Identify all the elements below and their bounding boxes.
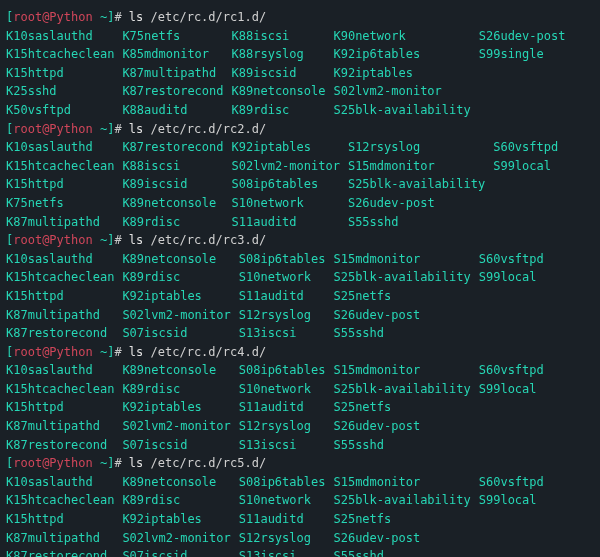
ls-row: K10saslauthdK89netconsoleS08ip6tablesS15… — [6, 250, 552, 269]
ls-entry — [479, 529, 552, 548]
ls-entry: K90network — [333, 27, 478, 46]
ls-row: K87multipathdS02lvm2-monitorS12rsyslogS2… — [6, 529, 552, 548]
command-line: [root@Python ~]# ls /etc/rc.d/rc4.d/ — [6, 343, 594, 362]
ls-entry: K75netfs — [6, 194, 122, 213]
ls-entry: K89netconsole — [122, 250, 238, 269]
ls-entry: S08ip6tables — [239, 250, 334, 269]
ls-entry: K87restorecond — [6, 324, 122, 343]
ls-entry: K87multipathd — [6, 306, 122, 325]
ls-entry: K88iscsi — [232, 27, 334, 46]
ls-entry: S99local — [493, 157, 566, 176]
ls-entry: K85mdmonitor — [122, 45, 231, 64]
ls-entry: S99local — [479, 268, 552, 287]
ls-entry: S25netfs — [333, 287, 478, 306]
ls-entry: S12rsyslog — [239, 529, 334, 548]
ls-entry: S02lvm2-monitor — [333, 82, 478, 101]
ls-entry — [493, 213, 566, 232]
ls-entry: S10network — [239, 491, 334, 510]
ls-entry: S55sshd — [333, 436, 478, 455]
ls-entry: S26udev-post — [479, 27, 574, 46]
ls-entry: S15mdmonitor — [348, 157, 493, 176]
ls-entry: K89netconsole — [122, 361, 238, 380]
prompt-user-host: root@Python — [13, 10, 92, 24]
command-line: [root@Python ~]# ls /etc/rc.d/rc3.d/ — [6, 231, 594, 250]
ls-entry: S55sshd — [333, 324, 478, 343]
ls-entry: S60vsftpd — [493, 138, 566, 157]
ls-entry: S60vsftpd — [479, 250, 552, 269]
ls-entry — [479, 398, 552, 417]
ls-entry: S15mdmonitor — [333, 473, 478, 492]
ls-entry: K92iptables — [232, 138, 348, 157]
ls-entry: K87restorecond — [6, 547, 122, 557]
command-text: ls /etc/rc.d/rc5.d/ — [129, 456, 266, 470]
ls-entry: S13iscsi — [239, 436, 334, 455]
ls-row: K50vsftpdK88auditdK89rdiscS25blk-availab… — [6, 101, 573, 120]
ls-entry: K92iptables — [122, 510, 238, 529]
ls-entry: K10saslauthd — [6, 27, 122, 46]
ls-entry: S13iscsi — [239, 547, 334, 557]
ls-entry: K15httpd — [6, 287, 122, 306]
ls-row: K87multipathdS02lvm2-monitorS12rsyslogS2… — [6, 306, 552, 325]
ls-entry: K87restorecond — [6, 436, 122, 455]
ls-entry — [493, 175, 566, 194]
command-text: ls /etc/rc.d/rc1.d/ — [129, 10, 266, 24]
ls-entry: K87multipathd — [6, 417, 122, 436]
ls-entry — [479, 324, 552, 343]
ls-row: K15htcachecleanK89rdiscS10networkS25blk-… — [6, 268, 552, 287]
ls-entry: S02lvm2-monitor — [122, 529, 238, 548]
ls-entry — [493, 194, 566, 213]
ls-row: K10saslauthdK89netconsoleS08ip6tablesS15… — [6, 473, 552, 492]
ls-entry: K15httpd — [6, 398, 122, 417]
ls-row: K15httpdK92iptablesS11auditdS25netfs — [6, 287, 552, 306]
prompt-user-host: root@Python — [13, 122, 92, 136]
ls-output: K10saslauthdK89netconsoleS08ip6tablesS15… — [6, 250, 552, 343]
ls-entry: S25netfs — [333, 510, 478, 529]
ls-entry: S10network — [239, 268, 334, 287]
ls-entry — [479, 82, 574, 101]
ls-output: K10saslauthdK89netconsoleS08ip6tablesS15… — [6, 361, 552, 454]
ls-entry — [479, 101, 574, 120]
ls-entry: S10network — [239, 380, 334, 399]
prompt-hash: # — [114, 456, 128, 470]
terminal[interactable]: [root@Python ~]# ls /etc/rc.d/rc1.d/K10s… — [0, 0, 600, 557]
ls-entry: K15httpd — [6, 64, 122, 83]
ls-entry: S02lvm2-monitor — [122, 417, 238, 436]
ls-entry: K10saslauthd — [6, 138, 122, 157]
ls-entry: S25blk-availability — [333, 491, 478, 510]
ls-entry: S26udev-post — [333, 417, 478, 436]
ls-entry: S60vsftpd — [479, 473, 552, 492]
ls-output: K10saslauthdK89netconsoleS08ip6tablesS15… — [6, 473, 552, 557]
ls-entry: K87restorecond — [122, 138, 231, 157]
ls-entry: K10saslauthd — [6, 250, 122, 269]
ls-entry: K92ip6tables — [333, 45, 478, 64]
ls-entry: K89iscsid — [232, 64, 334, 83]
ls-entry: S60vsftpd — [479, 361, 552, 380]
ls-entry: K89rdisc — [122, 380, 238, 399]
ls-entry: S12rsyslog — [348, 138, 493, 157]
ls-entry: S11auditd — [239, 287, 334, 306]
ls-entry: K10saslauthd — [6, 361, 122, 380]
ls-entry: K15httpd — [6, 510, 122, 529]
ls-entry: K88auditd — [122, 101, 231, 120]
command-line: [root@Python ~]# ls /etc/rc.d/rc1.d/ — [6, 8, 594, 27]
ls-entry: K89rdisc — [232, 101, 334, 120]
ls-output: K10saslauthdK87restorecondK92iptablesS12… — [6, 138, 566, 231]
ls-row: K15httpdK92iptablesS11auditdS25netfs — [6, 398, 552, 417]
ls-entry: S07iscsid — [122, 547, 238, 557]
ls-entry: S08ip6tables — [239, 361, 334, 380]
ls-entry: S25blk-availability — [333, 101, 478, 120]
ls-entry: S11auditd — [232, 213, 348, 232]
ls-row: K87restorecondS07iscsidS13iscsiS55sshd — [6, 436, 552, 455]
ls-row: K15htcachecleanK89rdiscS10networkS25blk-… — [6, 380, 552, 399]
command-line: [root@Python ~]# ls /etc/rc.d/rc5.d/ — [6, 454, 594, 473]
ls-entry: S12rsyslog — [239, 306, 334, 325]
ls-entry: K15htcacheclean — [6, 268, 122, 287]
prompt-hash: # — [114, 345, 128, 359]
prompt-hash: # — [114, 122, 128, 136]
ls-entry: S02lvm2-monitor — [232, 157, 348, 176]
ls-entry: K89iscsid — [122, 175, 231, 194]
ls-entry: K15htcacheclean — [6, 491, 122, 510]
ls-entry: S08ip6tables — [239, 473, 334, 492]
ls-entry: K15htcacheclean — [6, 45, 122, 64]
ls-entry: S15mdmonitor — [333, 361, 478, 380]
